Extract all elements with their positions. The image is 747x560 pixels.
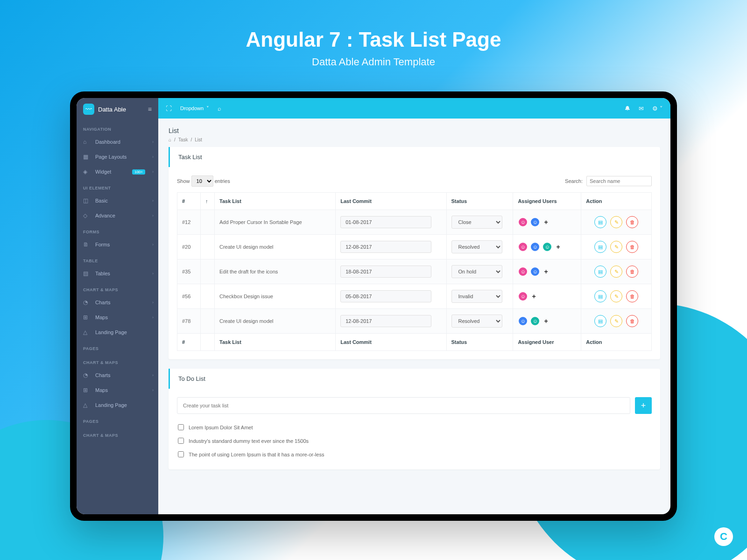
edit-button[interactable]: ✎ <box>610 216 622 228</box>
sidebar-item-tables[interactable]: ▤Tables› <box>77 266 158 281</box>
sidebar-item-label: Tables <box>95 271 110 276</box>
breadcrumb-task[interactable]: Task <box>178 137 188 142</box>
last-commit-input[interactable] <box>340 216 431 228</box>
fullscreen-icon[interactable]: ⛶ <box>166 105 172 112</box>
edit-button[interactable]: ✎ <box>610 241 622 253</box>
task-id: #20 <box>177 235 201 259</box>
sidebar-item-forms[interactable]: 🗎Forms› <box>77 237 158 252</box>
edit-button[interactable]: ✎ <box>610 290 622 302</box>
sidebar-item-maps[interactable]: ⊞Maps› <box>77 310 158 325</box>
task-table: #↑Task ListLast CommitStatusAssigned Use… <box>177 192 652 351</box>
table-row: #35 Edit the draft for the icons On hold… <box>177 259 652 284</box>
search-input[interactable] <box>586 176 652 186</box>
sidebar-item-basic[interactable]: ◫Basic› <box>77 193 158 208</box>
view-button[interactable]: ▤ <box>594 241 606 253</box>
sidebar-item-maps[interactable]: ⊞Maps› <box>77 383 158 398</box>
col-header[interactable]: Action <box>581 193 652 210</box>
status-select[interactable]: Resolved <box>451 315 503 328</box>
view-button[interactable]: ▤ <box>594 315 606 327</box>
col-footer: Assigned User <box>513 334 581 351</box>
bell-icon[interactable]: 🔔︎ <box>624 105 630 112</box>
topbar: ⛶ Dropdown ˅ ⌕ 🔔︎ ✉ ⚙ ˅ <box>158 98 670 119</box>
col-header[interactable]: Last Commit <box>336 193 446 210</box>
avatar[interactable]: ☺ <box>518 316 528 326</box>
col-header[interactable]: Task List <box>215 193 336 210</box>
col-header[interactable]: Status <box>446 193 513 210</box>
col-footer: # <box>177 334 201 351</box>
mail-icon[interactable]: ✉ <box>639 105 644 112</box>
avatar[interactable]: ☺ <box>530 217 540 227</box>
todo-add-button[interactable]: + <box>635 397 652 414</box>
tables-icon: ▤ <box>83 270 91 277</box>
sidebar-item-page-layouts[interactable]: ▦Page Layouts› <box>77 149 158 164</box>
hero-title: Angular 7 : Task List Page <box>0 28 747 51</box>
sidebar-item-landing-page[interactable]: △Landing Page <box>77 325 158 340</box>
sidebar-item-dashboard[interactable]: ⌂Dashboard› <box>77 134 158 149</box>
sidebar-item-landing-page[interactable]: △Landing Page <box>77 398 158 413</box>
edit-button[interactable]: ✎ <box>610 266 622 278</box>
avatar[interactable]: ☺ <box>518 266 528 277</box>
sidebar-item-charts[interactable]: ◔Charts› <box>77 368 158 383</box>
page-title: List <box>169 127 660 134</box>
avatar[interactable]: ☺ <box>530 316 540 326</box>
delete-button[interactable]: 🗑 <box>626 315 638 327</box>
sidebar-item-widget[interactable]: ◈Widget100+› <box>77 164 158 179</box>
view-button[interactable]: ▤ <box>594 266 606 278</box>
status-select[interactable]: Close <box>451 216 503 229</box>
col-header[interactable]: # <box>177 193 201 210</box>
todo-input[interactable] <box>177 397 630 414</box>
page-header: List ⌂ / Task / List <box>158 119 670 147</box>
avatar[interactable]: ☺ <box>518 242 528 252</box>
brand-badge: C <box>714 527 733 546</box>
view-button[interactable]: ▤ <box>594 216 606 228</box>
add-user-button[interactable]: + <box>544 218 548 226</box>
forms-icon: 🗎 <box>83 241 91 248</box>
avatar[interactable]: ☺ <box>518 217 528 227</box>
last-commit-input[interactable] <box>340 266 431 278</box>
sidebar-item-label: Landing Page <box>95 402 127 408</box>
status-select[interactable]: Resolved <box>451 240 503 253</box>
view-button[interactable]: ▤ <box>594 290 606 302</box>
chevron-right-icon: › <box>152 315 154 320</box>
add-user-button[interactable]: + <box>532 293 536 300</box>
delete-button[interactable]: 🗑 <box>626 241 638 253</box>
edit-button[interactable]: ✎ <box>610 315 622 327</box>
sidebar-item-charts[interactable]: ◔Charts› <box>77 295 158 310</box>
add-user-button[interactable]: + <box>544 317 548 325</box>
entries-select[interactable]: 10 <box>191 175 213 187</box>
menu-toggle-icon[interactable]: ≡ <box>148 105 152 113</box>
breadcrumb-home-icon[interactable]: ⌂ <box>169 137 171 142</box>
last-commit-input[interactable] <box>340 241 431 253</box>
col-header[interactable]: ↑ <box>201 193 215 210</box>
chevron-right-icon: › <box>152 169 154 174</box>
delete-button[interactable]: 🗑 <box>626 216 638 228</box>
app-logo[interactable]: 〰 Datta Able ≡ <box>77 98 158 120</box>
topbar-dropdown[interactable]: Dropdown ˅ <box>180 105 209 112</box>
search-icon[interactable]: ⌕ <box>218 105 221 112</box>
add-user-button[interactable]: + <box>556 243 560 251</box>
avatar[interactable]: ☺ <box>518 291 528 301</box>
status-select[interactable]: Invalid <box>451 290 503 303</box>
last-commit-input[interactable] <box>340 290 431 302</box>
sidebar-heading: CHART & MAPS <box>77 354 158 368</box>
avatar[interactable]: ☺ <box>530 266 540 277</box>
delete-button[interactable]: 🗑 <box>626 290 638 302</box>
todo-checkbox[interactable] <box>178 424 184 430</box>
avatar[interactable]: ☺ <box>530 242 540 252</box>
avatar[interactable]: ☺ <box>542 242 552 252</box>
col-header[interactable]: Assigned Users <box>513 193 581 210</box>
delete-button[interactable]: 🗑 <box>626 266 638 278</box>
todo-checkbox[interactable] <box>178 438 184 444</box>
todo-checkbox[interactable] <box>178 451 184 457</box>
status-select[interactable]: On hold <box>451 265 503 278</box>
assigned-users: ☺☺☺+ <box>518 242 576 252</box>
col-footer: Last Commit <box>336 334 446 351</box>
landing-page-icon: △ <box>83 402 91 408</box>
sidebar-item-label: Maps <box>95 387 108 393</box>
task-sort <box>201 235 215 259</box>
add-user-button[interactable]: + <box>544 268 548 275</box>
last-commit-input[interactable] <box>340 315 431 327</box>
sidebar-item-advance[interactable]: ◇Advance› <box>77 208 158 223</box>
gear-icon[interactable]: ⚙ ˅ <box>652 105 663 112</box>
task-id: #12 <box>177 210 201 235</box>
